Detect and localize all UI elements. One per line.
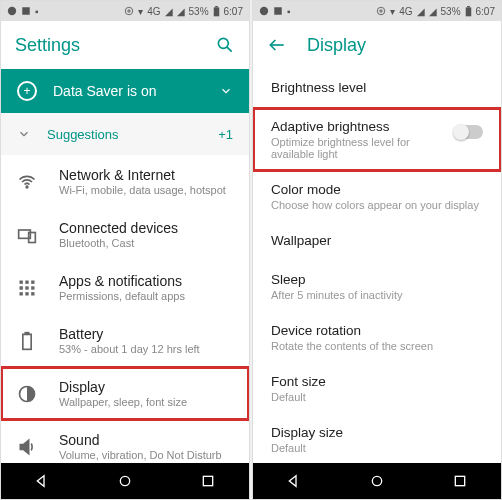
banner-text: Data Saver is on [53,83,203,99]
screenshot-icon [273,6,283,16]
suggestions-label: Suggestions [47,127,202,142]
settings-item-display[interactable]: Display Wallpaper, sleep, font size [1,367,249,420]
search-icon[interactable] [215,35,235,55]
status-bar: ▪ ▾ 4G ◢ ◢ 53% 6:07 [253,1,501,21]
data-saver-status-icon [124,6,134,16]
item-title: Connected devices [59,220,178,236]
svg-point-26 [120,476,129,485]
settings-list: Network & Internet Wi-Fi, mobile, data u… [1,155,249,463]
suggestions-count: +1 [218,127,233,142]
data-saver-icon: + [17,81,37,101]
item-title: Device rotation [271,323,483,338]
item-subtitle: Rotate the contents of the screen [271,340,483,352]
page-title: Settings [15,35,195,56]
signal-bars-icon-2: ◢ [429,6,437,17]
data-saver-banner[interactable]: + Data Saver is on [1,69,249,113]
item-title: Sound [59,432,222,448]
display-settings-list: Brightness level Adaptive brightness Opt… [253,69,501,463]
item-title: Display size [271,425,483,440]
signal-bars-icon-2: ◢ [177,6,185,17]
status-bar: ▪ ▾ 4G ◢ ◢ 53% 6:07 [1,1,249,21]
item-title: Adaptive brightness [271,119,445,134]
item-subtitle: Optimize brightness level for available … [271,136,445,160]
item-title: Color mode [271,182,483,197]
svg-rect-16 [20,292,23,295]
display-item-sleep[interactable]: Sleep After 5 minutes of inactivity [253,261,501,312]
display-screen: ▪ ▾ 4G ◢ ◢ 53% 6:07 Display Brightness l… [252,0,502,500]
notification-icon: ▪ [287,6,291,17]
item-title: Battery [59,326,200,342]
svg-rect-17 [25,292,28,295]
wifi-icon [17,172,37,192]
svg-point-0 [8,7,16,15]
apps-icon [17,278,37,298]
svg-marker-25 [38,476,45,487]
recents-icon[interactable] [452,473,468,489]
network-type: 4G [399,6,412,17]
item-subtitle: After 5 minutes of inactivity [271,289,483,301]
item-subtitle: Wi-Fi, mobile, data usage, hotspot [59,184,226,196]
network-type: 4G [147,6,160,17]
display-item-display-size[interactable]: Display size Default [253,414,501,463]
notification-icon: ▪ [35,6,39,17]
svg-rect-4 [215,6,218,7]
svg-rect-3 [213,7,219,16]
svg-marker-34 [290,476,297,487]
signal-bars-icon: ◢ [417,6,425,17]
item-subtitle: Volume, vibration, Do Not Disturb [59,449,222,461]
settings-item-sound[interactable]: Sound Volume, vibration, Do Not Disturb [1,420,249,463]
svg-rect-13 [20,286,23,289]
back-arrow-icon[interactable] [267,35,287,55]
svg-point-5 [218,38,228,48]
svg-rect-36 [455,476,464,485]
home-icon[interactable] [369,473,385,489]
recents-icon[interactable] [200,473,216,489]
adaptive-brightness-toggle[interactable] [455,125,483,139]
svg-rect-31 [465,7,471,16]
svg-rect-1 [22,7,30,15]
battery-percent: 53% [441,6,461,17]
item-title: Wallpaper [271,233,483,248]
svg-rect-18 [31,292,34,295]
settings-item-apps[interactable]: Apps & notifications Permissions, defaul… [1,261,249,314]
suggestions-row[interactable]: Suggestions +1 [1,113,249,155]
item-title: Sleep [271,272,483,287]
settings-item-battery[interactable]: Battery 53% - about 1 day 12 hrs left [1,314,249,367]
app-bar: Settings [1,21,249,69]
display-item-color-mode[interactable]: Color mode Choose how colors appear on y… [253,171,501,222]
item-subtitle: Permissions, default apps [59,290,185,302]
settings-item-network[interactable]: Network & Internet Wi-Fi, mobile, data u… [1,155,249,208]
item-subtitle: Choose how colors appear on your display [271,199,483,211]
svg-point-28 [260,7,268,15]
svg-point-7 [26,186,28,188]
display-item-adaptive-brightness[interactable]: Adaptive brightness Optimize brightness … [253,108,501,171]
item-subtitle: Default [271,391,483,403]
clock: 6:07 [224,6,243,17]
svg-rect-10 [20,280,23,283]
svg-rect-15 [31,286,34,289]
item-title: Apps & notifications [59,273,185,289]
display-item-rotation[interactable]: Device rotation Rotate the contents of t… [253,312,501,363]
back-icon[interactable] [34,473,50,489]
svg-rect-32 [467,6,470,7]
app-bar: Display [253,21,501,69]
navigation-bar [253,463,501,499]
item-subtitle: Wallpaper, sleep, font size [59,396,187,408]
display-item-brightness[interactable]: Brightness level [253,69,501,108]
home-icon[interactable] [117,473,133,489]
item-title: Font size [271,374,483,389]
display-item-font-size[interactable]: Font size Default [253,363,501,414]
svg-rect-20 [25,332,28,334]
settings-screen: ▪ ▾ 4G ◢ ◢ 53% 6:07 Settings + Data Save… [0,0,250,500]
battery-icon [213,6,220,17]
svg-rect-19 [23,334,31,349]
battery-icon [465,6,472,17]
signal-icon: ▾ [138,6,143,17]
clock: 6:07 [476,6,495,17]
back-icon[interactable] [286,473,302,489]
settings-item-connected-devices[interactable]: Connected devices Bluetooth, Cast [1,208,249,261]
battery-percent: 53% [189,6,209,17]
display-item-wallpaper[interactable]: Wallpaper [253,222,501,261]
whatsapp-icon [7,6,17,16]
chevron-down-icon [17,127,31,141]
